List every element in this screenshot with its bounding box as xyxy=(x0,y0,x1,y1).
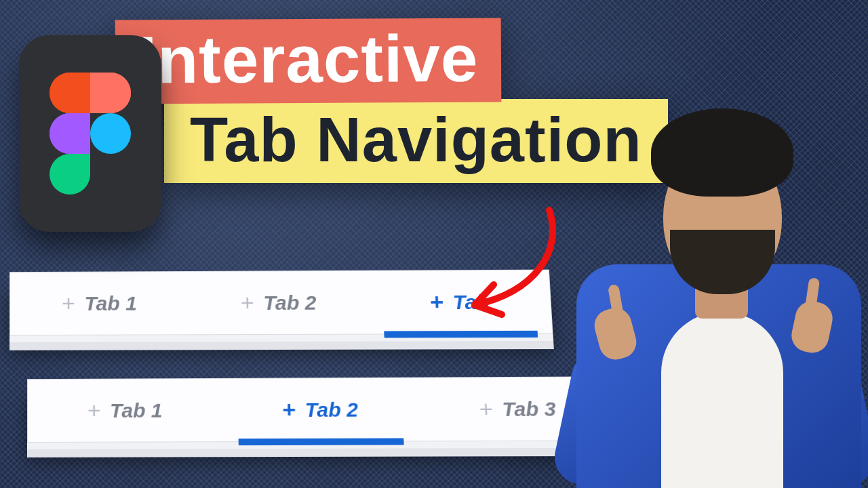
tab-bar-example-bottom: + Tab 1 + Tab 2 + Tab 3 xyxy=(27,376,620,443)
figma-logo-icon xyxy=(50,73,131,195)
tab-label: Tab 2 xyxy=(304,398,358,421)
plus-icon: + xyxy=(281,396,296,423)
plus-icon: + xyxy=(61,290,75,317)
plus-icon: + xyxy=(478,396,493,422)
tab-label: Tab 2 xyxy=(263,291,317,314)
title-line-1: Interactive xyxy=(115,18,502,104)
plus-icon: + xyxy=(240,289,254,316)
tab-item[interactable]: + Tab 1 xyxy=(10,272,189,335)
tab-label: Tab 1 xyxy=(110,399,163,422)
tab-item[interactable]: + Tab 2 xyxy=(188,271,370,334)
tab-label: Tab 3 xyxy=(502,397,557,420)
tab-item-active[interactable]: + Tab 2 xyxy=(221,378,420,442)
plus-icon: + xyxy=(429,289,443,315)
svg-point-2 xyxy=(90,113,131,154)
plus-icon: + xyxy=(87,397,100,424)
figma-logo-badge xyxy=(19,35,161,232)
presenter-photo xyxy=(549,81,868,488)
tab-item[interactable]: + Tab 1 xyxy=(28,379,222,442)
tab-label: Tab 1 xyxy=(84,291,137,314)
